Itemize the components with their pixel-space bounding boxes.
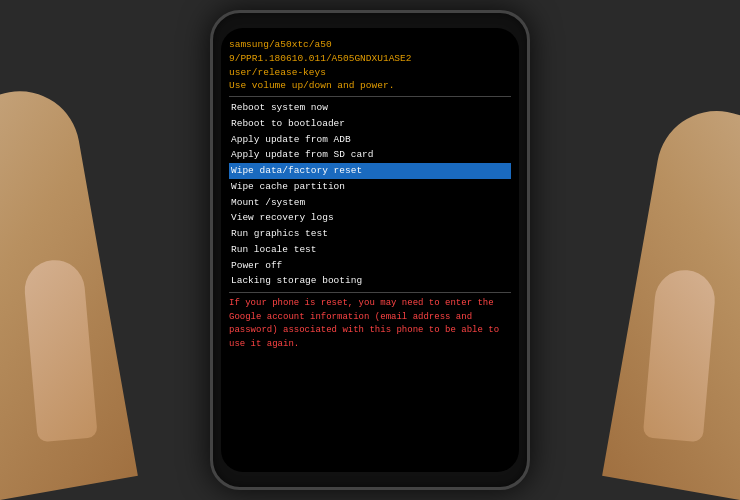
menu-item-mount-system[interactable]: Mount /system [229, 195, 511, 211]
build-number: 9/PPR1.180610.011/A505GNDXU1ASE2 [229, 52, 511, 66]
menu-item-wipe-cache[interactable]: Wipe cache partition [229, 179, 511, 195]
divider-top [229, 96, 511, 97]
menu-item-reboot-system[interactable]: Reboot system now [229, 100, 511, 116]
instructions: Use volume up/down and power. [229, 79, 511, 93]
volume-up-button[interactable] [210, 83, 212, 113]
menu-item-apply-adb[interactable]: Apply update from ADB [229, 132, 511, 148]
menu-item-locale-test[interactable]: Run locale test [229, 242, 511, 258]
menu-item-power-off[interactable]: Power off [229, 258, 511, 274]
scene: samsung/a50xtc/a50 9/PPR1.180610.011/A50… [0, 0, 740, 500]
volume-down-button[interactable] [210, 123, 212, 153]
menu-item-apply-sd[interactable]: Apply update from SD card [229, 147, 511, 163]
menu-item-graphics-test[interactable]: Run graphics test [229, 226, 511, 242]
phone: samsung/a50xtc/a50 9/PPR1.180610.011/A50… [210, 10, 530, 490]
menu-item-view-logs[interactable]: View recovery logs [229, 210, 511, 226]
menu-item-lacking-storage[interactable]: Lacking storage booting [229, 273, 511, 289]
recovery-menu: samsung/a50xtc/a50 9/PPR1.180610.011/A50… [229, 38, 511, 464]
phone-screen: samsung/a50xtc/a50 9/PPR1.180610.011/A50… [221, 28, 519, 472]
build-variant: user/release-keys [229, 66, 511, 80]
device-info: samsung/a50xtc/a50 9/PPR1.180610.011/A50… [229, 38, 511, 93]
menu-item-reboot-bootloader[interactable]: Reboot to bootloader [229, 116, 511, 132]
warning-message: If your phone is reset, you may need to … [229, 297, 511, 351]
device-model: samsung/a50xtc/a50 [229, 38, 511, 52]
menu-item-wipe-data[interactable]: Wipe data/factory reset [229, 163, 511, 179]
divider-bottom [229, 292, 511, 293]
power-button[interactable] [528, 93, 530, 133]
